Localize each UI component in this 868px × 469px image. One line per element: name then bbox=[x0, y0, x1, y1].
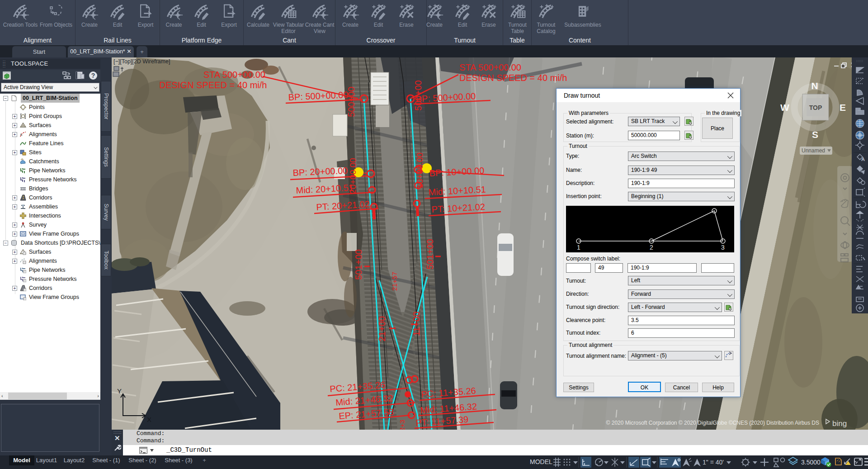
svg-text:MODEL: MODEL bbox=[530, 458, 552, 465]
svg-text:bing: bing bbox=[832, 419, 847, 428]
svg-text:3.5000: 3.5000 bbox=[801, 459, 821, 466]
svg-text:DESIGN SPEED = 40 mi/h: DESIGN SPEED = 40 mi/h bbox=[159, 80, 267, 90]
svg-text:© 2020 Microsoft Corporation ©: © 2020 Microsoft Corporation © 2020 Digi… bbox=[606, 420, 819, 426]
svg-text:X: X bbox=[147, 416, 151, 423]
svg-text:1" = 40': 1" = 40' bbox=[703, 459, 724, 466]
svg-text:3: 3 bbox=[721, 244, 725, 251]
svg-text:20+00.00: 20+00.00 bbox=[348, 158, 358, 194]
svg-text:E: E bbox=[840, 102, 846, 113]
svg-text:DESIGN SPEED = 40 mi/h: DESIGN SPEED = 40 mi/h bbox=[459, 73, 567, 83]
svg-text:STA 500+00.00: STA 500+00.00 bbox=[459, 62, 521, 72]
svg-text:STA 500+00.00: STA 500+00.00 bbox=[203, 70, 265, 80]
svg-text:501+00: 501+00 bbox=[354, 249, 363, 280]
svg-text:500+00: 500+00 bbox=[413, 80, 423, 110]
svg-text:?: ? bbox=[91, 72, 95, 79]
svg-text:10+00.00: 10+00.00 bbox=[415, 152, 425, 189]
svg-text:501+00: 501+00 bbox=[425, 239, 435, 269]
svg-text:N: N bbox=[811, 81, 818, 91]
svg-text:21+00: 21+00 bbox=[377, 316, 387, 341]
svg-text:[−][Top][2D Wireframe]: [−][Top][2D Wireframe] bbox=[113, 58, 170, 65]
svg-text:Y: Y bbox=[117, 387, 122, 395]
svg-text:Unnamed: Unnamed bbox=[802, 147, 825, 154]
svg-text:2: 2 bbox=[650, 244, 653, 251]
svg-text:21+57: 21+57 bbox=[391, 272, 398, 291]
svg-text::::::: ::::: bbox=[856, 59, 863, 63]
svg-text:S: S bbox=[812, 129, 818, 140]
svg-text:52+3: 52+3 bbox=[398, 420, 406, 430]
svg-text:1: 1 bbox=[577, 244, 580, 251]
svg-text:W: W bbox=[780, 102, 789, 113]
svg-text:500+00: 500+00 bbox=[346, 86, 356, 117]
svg-text:A: A bbox=[862, 157, 864, 161]
svg-text:TOP: TOP bbox=[809, 104, 822, 111]
